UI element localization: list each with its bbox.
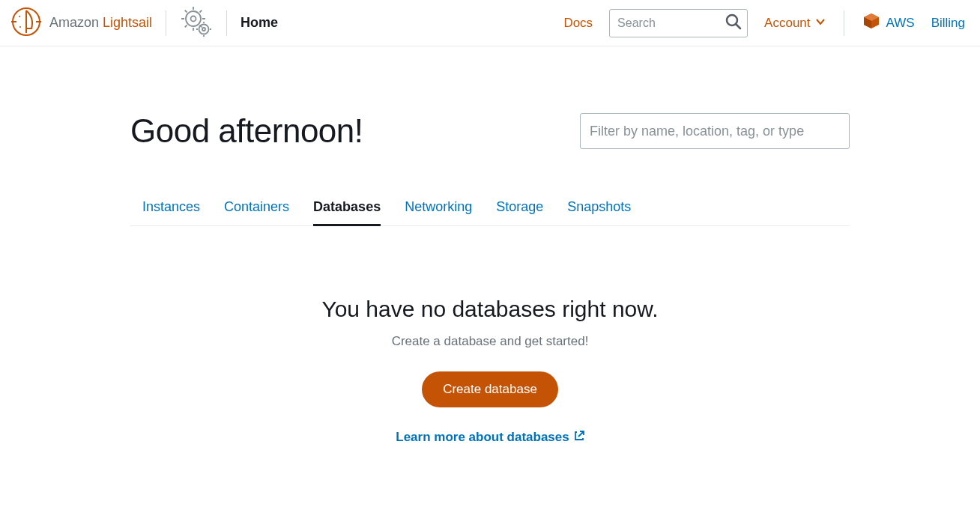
billing-link[interactable]: Billing bbox=[931, 16, 965, 31]
empty-state: You have no databases right now. Create … bbox=[130, 226, 850, 445]
svg-point-5 bbox=[186, 11, 201, 26]
nav-home[interactable]: Home bbox=[241, 15, 278, 31]
divider bbox=[226, 10, 227, 36]
chevron-down-icon bbox=[815, 16, 826, 31]
tab-storage[interactable]: Storage bbox=[496, 199, 543, 225]
external-link-icon bbox=[574, 430, 584, 445]
settings-button[interactable] bbox=[180, 5, 213, 41]
search-input[interactable] bbox=[609, 9, 748, 37]
aws-cube-icon bbox=[862, 12, 880, 34]
search-wrap bbox=[609, 9, 748, 37]
tab-databases[interactable]: Databases bbox=[313, 199, 381, 226]
svg-point-4 bbox=[19, 26, 21, 28]
svg-point-8 bbox=[202, 28, 205, 31]
header-right: Docs Account bbox=[563, 9, 965, 37]
docs-link[interactable]: Docs bbox=[563, 16, 593, 31]
main-content: Good afternoon! Instances Containers Dat… bbox=[130, 46, 850, 475]
divider bbox=[844, 10, 844, 36]
learn-more-label: Learn more about databases bbox=[396, 430, 569, 445]
tab-snapshots[interactable]: Snapshots bbox=[567, 199, 631, 225]
gear-icon bbox=[180, 5, 213, 41]
account-label: Account bbox=[764, 16, 810, 31]
divider bbox=[166, 10, 166, 36]
tabs: Instances Containers Databases Networkin… bbox=[130, 199, 850, 226]
empty-title: You have no databases right now. bbox=[130, 297, 850, 322]
brand-text: Amazon Lightsail bbox=[49, 15, 152, 31]
learn-more-link[interactable]: Learn more about databases bbox=[396, 430, 584, 445]
aws-link[interactable]: AWS bbox=[862, 12, 915, 34]
empty-subtitle: Create a database and get started! bbox=[130, 334, 850, 349]
svg-point-7 bbox=[199, 24, 209, 34]
aws-label: AWS bbox=[886, 16, 915, 31]
tab-containers[interactable]: Containers bbox=[224, 199, 289, 225]
tab-networking[interactable]: Networking bbox=[405, 199, 472, 225]
account-dropdown[interactable]: Account bbox=[764, 16, 825, 31]
create-database-button[interactable]: Create database bbox=[422, 371, 558, 407]
header: Amazon Lightsail Home Docs bbox=[0, 0, 980, 46]
tab-instances[interactable]: Instances bbox=[142, 199, 200, 225]
filter-input[interactable] bbox=[580, 113, 850, 149]
brand-logo[interactable]: Amazon Lightsail bbox=[10, 6, 152, 40]
svg-point-3 bbox=[19, 16, 20, 17]
page-title: Good afternoon! bbox=[130, 112, 363, 150]
svg-point-6 bbox=[191, 16, 196, 21]
lightsail-logo-icon bbox=[10, 6, 42, 40]
greeting-row: Good afternoon! bbox=[130, 46, 850, 150]
